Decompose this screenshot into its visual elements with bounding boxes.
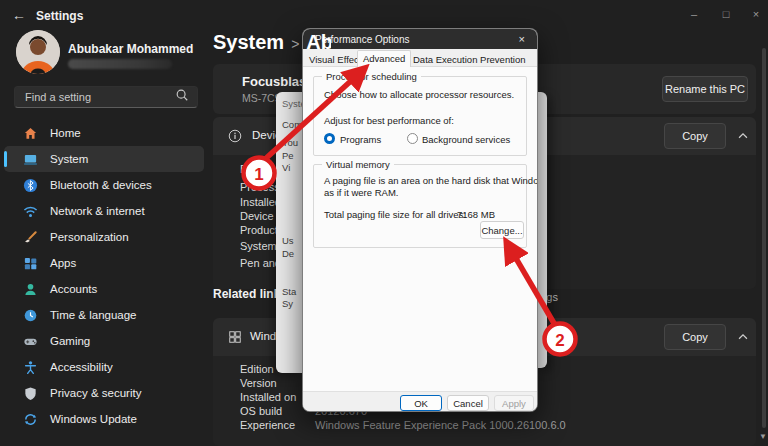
apply-button[interactable]: Apply bbox=[494, 395, 534, 411]
total-paging-value: 7168 MB bbox=[457, 209, 495, 220]
search-placeholder: Find a setting bbox=[25, 91, 175, 103]
sidebar-item-apps[interactable]: Apps bbox=[4, 250, 204, 276]
radio-programs[interactable] bbox=[324, 133, 335, 144]
system-properties-fragment: Pe bbox=[282, 150, 294, 161]
virtual-memory-group: Virtual memory A paging file is an area … bbox=[313, 164, 527, 248]
radio-background-services[interactable] bbox=[407, 133, 418, 144]
system-properties-fragment: You bbox=[282, 137, 298, 148]
selected-accent-bar bbox=[4, 151, 7, 167]
chevron-up-icon[interactable] bbox=[736, 330, 750, 348]
sidebar-item-label: Personalization bbox=[50, 231, 129, 243]
sidebar-item-time-language[interactable]: Time & language bbox=[4, 302, 204, 328]
spec-label: Experience bbox=[240, 419, 295, 431]
total-paging-label: Total paging file size for all drives: bbox=[324, 209, 466, 220]
ok-button[interactable]: OK bbox=[400, 395, 442, 411]
sidebar-item-home[interactable]: Home bbox=[4, 120, 204, 146]
processor-scheduling-description: Choose how to allocate processor resourc… bbox=[324, 89, 514, 100]
sidebar-item-bluetooth-devices[interactable]: Bluetooth & devices bbox=[4, 172, 204, 198]
processor-scheduling-group: Processor scheduling Choose how to alloc… bbox=[313, 76, 527, 156]
sidebar-item-windows-update[interactable]: Windows Update bbox=[4, 406, 204, 432]
sidebar-item-label: Bluetooth & devices bbox=[50, 179, 152, 191]
dialog-footer: OK Cancel Apply bbox=[303, 391, 537, 412]
spec-label: Version bbox=[240, 377, 277, 389]
windows-update-icon bbox=[22, 411, 38, 427]
apps-grid-icon bbox=[22, 255, 38, 271]
settings-window: ← Settings – □ × Abubakar Mohammed Find … bbox=[0, 0, 768, 446]
sidebar-item-label: Windows Update bbox=[50, 413, 137, 425]
breadcrumb-root[interactable]: System bbox=[213, 31, 284, 53]
sidebar-item-label: Time & language bbox=[50, 309, 137, 321]
change-button[interactable]: Change... bbox=[480, 221, 524, 239]
sidebar-item-label: Gaming bbox=[50, 335, 90, 347]
sidebar-item-label: Network & internet bbox=[50, 205, 145, 217]
sidebar-item-label: System bbox=[50, 153, 88, 165]
dialog-tab-strip: Visual Effects Advanced Data Execution P… bbox=[303, 49, 537, 67]
spec-label: OS build bbox=[240, 405, 282, 417]
close-icon[interactable]: × bbox=[744, 8, 768, 20]
sidebar-item-system[interactable]: System bbox=[4, 146, 204, 172]
home-icon bbox=[22, 125, 38, 141]
search-input[interactable]: Find a setting bbox=[14, 86, 198, 108]
sidebar-item-accounts[interactable]: Accounts bbox=[4, 276, 204, 302]
sidebar-item-label: Home bbox=[50, 127, 81, 139]
back-arrow-icon[interactable]: ← bbox=[12, 7, 26, 23]
sidebar-item-label: Accessibility bbox=[50, 361, 113, 373]
system-properties-fragment: Sy bbox=[282, 298, 293, 309]
copy-windows-specs-button[interactable]: Copy bbox=[664, 324, 726, 350]
sidebar-item-personalization[interactable]: Personalization bbox=[4, 224, 204, 250]
dialog-titlebar: Performance Options × bbox=[303, 29, 537, 49]
user-name: Abubakar Mohammed bbox=[68, 42, 193, 56]
scrollbar[interactable] bbox=[762, 48, 766, 428]
sidebar-item-accessibility[interactable]: Accessibility bbox=[4, 354, 204, 380]
sidebar-item-network-internet[interactable]: Network & internet bbox=[4, 198, 204, 224]
dialog-body: Processor scheduling Choose how to alloc… bbox=[303, 67, 537, 391]
breadcrumb-separator: > bbox=[284, 36, 306, 52]
chevron-up-icon[interactable] bbox=[736, 129, 750, 147]
window-title: Settings bbox=[36, 9, 83, 23]
page-title: About bbox=[306, 31, 331, 53]
accessibility-person-icon bbox=[22, 359, 38, 375]
system-properties-fragment: Us bbox=[282, 235, 294, 246]
windows-specs-icon bbox=[228, 330, 242, 348]
sidebar-item-label: Privacy & security bbox=[50, 387, 141, 399]
accounts-person-icon bbox=[22, 281, 38, 297]
sidebar-item-privacy-security[interactable]: Privacy & security bbox=[4, 380, 204, 406]
search-icon bbox=[175, 88, 189, 106]
paging-file-description-line1: A paging file is an area on the hard dis… bbox=[324, 175, 538, 186]
breadcrumb: System>About bbox=[213, 31, 331, 61]
avatar[interactable] bbox=[16, 30, 60, 74]
rename-pc-button[interactable]: Rename this PC bbox=[662, 76, 748, 102]
maximize-icon[interactable]: □ bbox=[714, 8, 738, 20]
scroll-down-icon[interactable]: ▼ bbox=[759, 432, 767, 441]
minimize-icon[interactable]: – bbox=[682, 8, 706, 20]
dialog-close-icon[interactable]: × bbox=[515, 33, 529, 45]
system-icon bbox=[22, 151, 38, 167]
bluetooth-icon bbox=[22, 177, 38, 193]
radio-background-services-label[interactable]: Background services bbox=[422, 134, 510, 145]
adjust-performance-label: Adjust for best performance of: bbox=[324, 115, 454, 126]
system-properties-fragment: Com bbox=[282, 119, 302, 130]
system-properties-fragment: Sta bbox=[282, 286, 296, 297]
experience-value: Windows Feature Experience Pack 1000.261… bbox=[315, 419, 566, 431]
spec-label: Edition bbox=[240, 363, 274, 375]
gaming-controller-icon bbox=[22, 333, 38, 349]
radio-programs-label[interactable]: Programs bbox=[340, 134, 381, 145]
copy-device-specs-button[interactable]: Copy bbox=[664, 123, 726, 149]
sidebar-item-label: Accounts bbox=[50, 283, 97, 295]
cancel-button[interactable]: Cancel bbox=[447, 395, 489, 411]
system-properties-fragment: Vi bbox=[282, 162, 290, 173]
system-properties-title-fragment: System bbox=[282, 98, 302, 109]
spec-label: Installed on bbox=[240, 391, 296, 403]
system-properties-window-left-edge[interactable]: System Com You Pe Vi Us De Sta Sy bbox=[276, 92, 302, 373]
sidebar-nav: Home System Bluetooth & devices Network … bbox=[4, 120, 204, 432]
sidebar-item-gaming[interactable]: Gaming bbox=[4, 328, 204, 354]
user-email-redacted bbox=[68, 59, 172, 69]
tab-advanced[interactable]: Advanced bbox=[357, 50, 411, 68]
network-wifi-icon bbox=[22, 203, 38, 219]
performance-options-dialog: Performance Options × Visual Effects Adv… bbox=[302, 28, 538, 412]
tab-data-execution-prevention[interactable]: Data Execution Prevention bbox=[413, 54, 525, 65]
processor-scheduling-legend: Processor scheduling bbox=[322, 71, 421, 82]
system-properties-fragment: De bbox=[282, 248, 294, 259]
dialog-title: Performance Options bbox=[315, 34, 515, 45]
paging-file-description-line2: as if it were RAM. bbox=[324, 187, 398, 198]
